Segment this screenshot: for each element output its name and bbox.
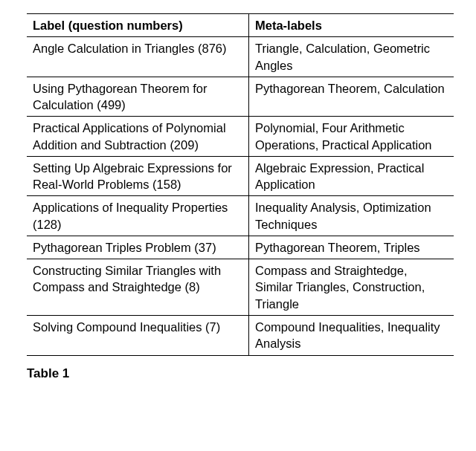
cell-label: Solving Compound Inequalities (7) bbox=[27, 315, 248, 355]
cell-meta-labels: Triangle, Calculation, Geometric Angles bbox=[248, 37, 454, 77]
cell-label: Using Pythagorean Theorem for Calculatio… bbox=[27, 77, 248, 117]
table-row: Practical Applications of Polynomial Add… bbox=[27, 117, 454, 157]
table-caption: Table 1 bbox=[27, 366, 454, 381]
table-row: Angle Calculation in Triangles (876)Tria… bbox=[27, 37, 454, 77]
cell-label: Applications of Inequality Properties (1… bbox=[27, 196, 248, 236]
cell-label: Setting Up Algebraic Expressions for Rea… bbox=[27, 156, 248, 196]
table-row: Constructing Similar Triangles with Comp… bbox=[27, 259, 454, 316]
table-row: Applications of Inequality Properties (1… bbox=[27, 196, 454, 236]
cell-meta-labels: Polynomial, Four Arithmetic Operations, … bbox=[248, 117, 454, 157]
table-row: Using Pythagorean Theorem for Calculatio… bbox=[27, 77, 454, 117]
cell-label: Practical Applications of Polynomial Add… bbox=[27, 117, 248, 157]
cell-meta-labels: Compass and Straightedge, Similar Triang… bbox=[248, 259, 454, 316]
table-row: Setting Up Algebraic Expressions for Rea… bbox=[27, 156, 454, 196]
table-row: Pythagorean Triples Problem (37)Pythagor… bbox=[27, 236, 454, 259]
cell-meta-labels: Compound Inequalities, Inequality Analys… bbox=[248, 315, 454, 355]
cell-meta-labels: Pythagorean Theorem, Triples bbox=[248, 236, 454, 259]
cell-meta-labels: Inequality Analysis, Optimization Techni… bbox=[248, 196, 454, 236]
header-meta-labels: Meta-labels bbox=[248, 14, 454, 37]
cell-meta-labels: Algebraic Expression, Practical Applicat… bbox=[248, 156, 454, 196]
cell-label: Angle Calculation in Triangles (876) bbox=[27, 37, 248, 77]
labels-table: Label (question numbers) Meta-labels Ang… bbox=[27, 13, 454, 356]
header-label: Label (question numbers) bbox=[27, 14, 248, 37]
cell-meta-labels: Pythagorean Theorem, Calculation bbox=[248, 77, 454, 117]
table-row: Solving Compound Inequalities (7)Compoun… bbox=[27, 315, 454, 355]
cell-label: Pythagorean Triples Problem (37) bbox=[27, 236, 248, 259]
table-header-row: Label (question numbers) Meta-labels bbox=[27, 14, 454, 37]
cell-label: Constructing Similar Triangles with Comp… bbox=[27, 259, 248, 316]
